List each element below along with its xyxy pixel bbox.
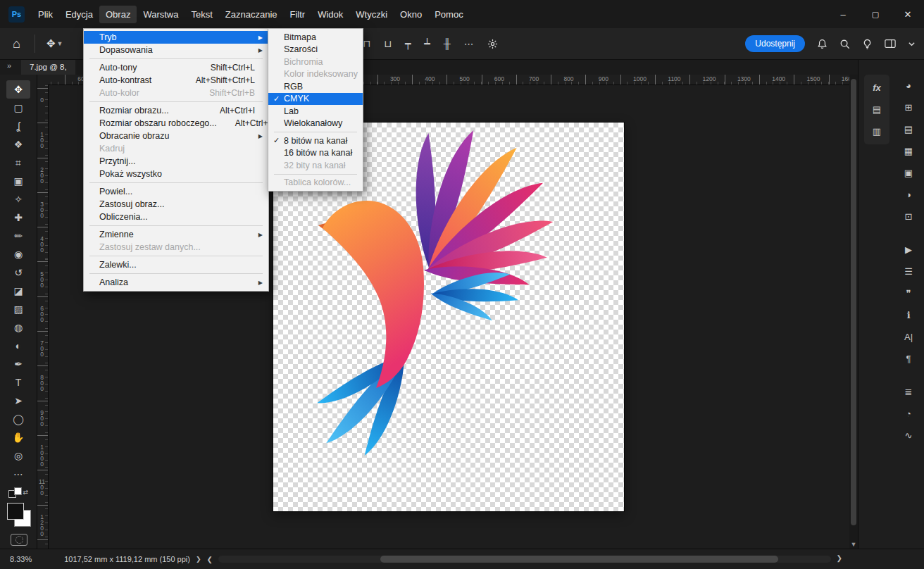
paragraph-panel-icon[interactable]: ¶ — [897, 348, 920, 370]
foreground-background-swatches[interactable] — [7, 503, 31, 527]
maximize-button[interactable]: ▢ — [859, 0, 892, 28]
menu-item-auto-tony[interactable]: Auto-tonyShift+Ctrl+L — [84, 61, 268, 74]
more-align-options-icon[interactable]: ⋯ — [464, 38, 474, 49]
search-icon[interactable] — [839, 39, 850, 49]
swatches-panel-icon[interactable]: ⊞ — [897, 96, 920, 118]
menu-item-zmienne[interactable]: Zmienne▶ — [84, 228, 268, 241]
horizontal-scrollbar-thumb[interactable] — [380, 556, 778, 563]
align-settings-icon[interactable] — [487, 39, 498, 49]
menu-item-rozmiar-obrazu[interactable]: Rozmiar obrazu...Alt+Ctrl+I — [84, 104, 268, 117]
menu-item-wielokanałowy[interactable]: Wielokanałowy — [268, 118, 363, 130]
collapse-panels-icon[interactable]: » — [7, 61, 10, 70]
default-swap-colors-icon[interactable]: ⇄ — [8, 487, 28, 499]
menubar-item-wtyczki[interactable]: Wtyczki — [349, 6, 394, 23]
ruler-corner[interactable] — [37, 75, 49, 85]
menu-item-pokaż-wszystko[interactable]: Pokaż wszystko — [84, 168, 268, 180]
tool-preset-chevron-icon[interactable]: ▼ — [56, 40, 63, 47]
effects-panel-icon[interactable]: fx — [864, 77, 889, 99]
dodge-tool-icon[interactable]: ◐ — [6, 337, 30, 355]
history-brush-tool-icon[interactable]: ↺ — [6, 263, 30, 282]
eyedropper-tool-icon[interactable]: ✧ — [6, 190, 30, 208]
path-selection-tool-icon[interactable]: ➤ — [6, 392, 30, 410]
menubar-item-warstwa[interactable]: Warstwa — [137, 6, 185, 23]
menu-item-obliczenia[interactable]: Obliczenia... — [84, 211, 268, 223]
status-chevron-icon[interactable]: ❯ — [196, 556, 201, 563]
type-tool-icon[interactable]: T — [6, 373, 30, 392]
paths-panel-icon[interactable]: ∿ — [897, 425, 920, 446]
menu-item-rozmiar-obszaru-roboczego[interactable]: Rozmiar obszaru roboczego...Alt+Ctrl+C — [84, 117, 268, 130]
scroll-down-icon[interactable]: ▼ — [849, 541, 858, 548]
menu-item-rgb[interactable]: RGB — [268, 80, 363, 93]
menu-item-dopasowania[interactable]: Dopasowania▶ — [84, 44, 268, 56]
current-tool-icon[interactable]: ✥ — [46, 37, 56, 50]
lasso-tool-icon[interactable]: ʆ — [6, 117, 30, 135]
menu-item-bitmapa[interactable]: Bitmapa — [268, 31, 363, 44]
info-panel-icon[interactable]: ℹ — [897, 304, 920, 326]
edit-toolbar-icon[interactable]: ⋯ — [6, 465, 30, 483]
menubar-item-tekst[interactable]: Tekst — [185, 6, 218, 23]
document-tab[interactable]: 7.jpg @ 8, — [21, 59, 75, 75]
crop-tool-icon[interactable]: ⌗ — [6, 154, 30, 172]
adjustments-panel-icon[interactable]: ◑ — [897, 184, 920, 206]
quick-mask-icon[interactable] — [11, 534, 27, 546]
menubar-item-obraz[interactable]: Obraz — [99, 6, 137, 23]
character-panel-icon[interactable]: A| — [897, 326, 920, 348]
ellipse-tool-icon[interactable]: ◯ — [6, 410, 30, 428]
gradient-tool-icon[interactable]: ▨ — [6, 300, 30, 318]
clone-stamp-tool-icon[interactable]: ◉ — [6, 245, 30, 263]
layer-comps-panel-icon[interactable]: ⊡ — [897, 206, 920, 227]
notifications-icon[interactable] — [817, 39, 828, 49]
menubar-item-widok[interactable]: Widok — [311, 6, 349, 23]
menubar-item-plik[interactable]: Plik — [32, 6, 59, 23]
close-button[interactable]: ✕ — [892, 0, 924, 28]
zoom-level[interactable]: 8.33% — [10, 555, 32, 563]
libraries-panel-icon[interactable]: ▣ — [897, 162, 920, 184]
vertical-scrollbar-thumb[interactable] — [851, 79, 856, 525]
menu-item-analiza[interactable]: Analiza▶ — [84, 276, 268, 289]
menu-item-obracanie-obrazu[interactable]: Obracanie obrazu▶ — [84, 130, 268, 142]
pen-tool-icon[interactable]: ✒ — [6, 355, 30, 373]
paragraph-styles-panel-icon[interactable]: ▥ — [864, 120, 889, 142]
menu-item-auto-kontrast[interactable]: Auto-kontrastAlt+Shift+Ctrl+L — [84, 74, 268, 87]
vertical-scrollbar[interactable]: ▼ — [849, 75, 858, 549]
menubar-item-edycja[interactable]: Edycja — [59, 6, 99, 23]
menu-item-cmyk[interactable]: ✓CMYK — [268, 93, 363, 106]
menu-item-lab[interactable]: Lab — [268, 105, 363, 118]
glyphs-panel-icon[interactable]: ▤ — [864, 99, 889, 120]
menubar-item-zaznaczanie[interactable]: Zaznaczanie — [219, 6, 284, 23]
object-selection-tool-icon[interactable]: ❖ — [6, 135, 30, 154]
hand-tool-icon[interactable]: ✋ — [6, 428, 30, 446]
menu-item-powiel[interactable]: Powiel... — [84, 185, 268, 198]
menubar-item-pomoc[interactable]: Pomoc — [428, 6, 469, 23]
move-tool-icon[interactable]: ✥ — [6, 80, 30, 99]
frame-tool-icon[interactable]: ▣ — [6, 172, 30, 190]
status-back-icon[interactable]: ❮ — [207, 556, 213, 563]
actions-panel-icon[interactable]: ▶ — [897, 239, 920, 261]
align-right-edges-icon[interactable]: ⊔ — [384, 38, 392, 49]
scroll-right-icon[interactable]: ❯ — [837, 554, 842, 562]
gradients-panel-icon[interactable]: ▤ — [897, 118, 920, 140]
home-icon[interactable]: ⌂ — [13, 37, 20, 51]
menu-item-16-bitów-na-kanał[interactable]: 16 bitów na kanał — [268, 147, 363, 160]
menu-item-tryb[interactable]: Tryb▶ — [84, 31, 268, 44]
horizontal-scrollbar[interactable] — [218, 556, 831, 563]
zoom-tool-icon[interactable]: ◎ — [6, 446, 30, 465]
color-panel-icon[interactable]: ◕ — [897, 75, 920, 96]
brush-tool-icon[interactable]: ✏ — [6, 227, 30, 245]
spot-healing-brush-tool-icon[interactable]: ✚ — [6, 208, 30, 227]
workspace-switcher-icon[interactable] — [885, 39, 896, 49]
align-bottom-edges-icon[interactable]: ┷ — [424, 38, 430, 49]
align-left-edges-icon[interactable]: ⊓ — [363, 38, 370, 49]
eraser-tool-icon[interactable]: ◪ — [6, 282, 30, 300]
comments-panel-icon[interactable]: ❞ — [897, 282, 920, 304]
foreground-color-swatch[interactable] — [7, 503, 24, 520]
workspace-chevron-icon[interactable] — [908, 40, 916, 48]
share-button[interactable]: Udostępnij — [745, 35, 805, 52]
align-top-edges-icon[interactable]: ┯ — [405, 38, 411, 49]
menu-item-przytnij[interactable]: Przytnij... — [84, 155, 268, 168]
vertical-ruler[interactable]: 0100200300400500600700800900100011001200 — [37, 85, 49, 549]
distribute-centers-icon[interactable]: ╫ — [444, 38, 451, 49]
menubar-item-okno[interactable]: Okno — [394, 6, 428, 23]
menu-item-zastosuj-obraz[interactable]: Zastosuj obraz... — [84, 198, 268, 211]
blur-tool-icon[interactable]: ◍ — [6, 318, 30, 337]
